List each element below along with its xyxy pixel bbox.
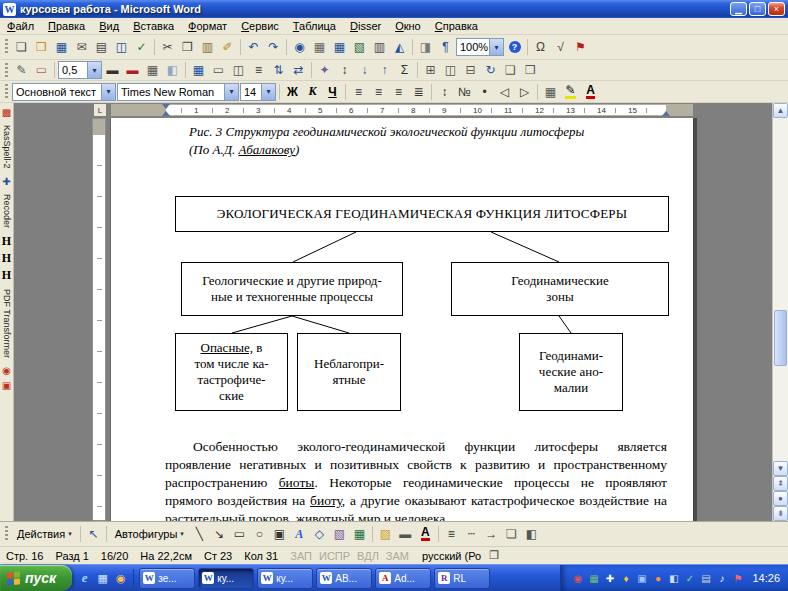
scrollbar-thumb[interactable]: [774, 310, 787, 366]
sort-descending-icon[interactable]: ↑: [375, 61, 394, 79]
dropdown-arrow-icon[interactable]: ▾: [261, 84, 275, 100]
tray-icon[interactable]: ✚: [603, 572, 616, 585]
tray-icon[interactable]: ●: [651, 572, 664, 585]
diagram-box-processes[interactable]: Геологические и другие природ-ные и техн…: [181, 262, 403, 316]
menu-Вид[interactable]: Вид: [92, 18, 126, 34]
print-preview-icon[interactable]: ◫: [112, 38, 131, 56]
shadow-style-icon[interactable]: ❏: [502, 525, 521, 543]
merge-cells-icon[interactable]: ▭: [209, 61, 228, 79]
bullet-list-button[interactable]: •: [475, 83, 494, 101]
minimize-button[interactable]: ▁: [730, 2, 747, 16]
highlight-button[interactable]: ✎: [561, 83, 580, 101]
increase-indent-button[interactable]: ▷: [515, 83, 534, 101]
cut-icon[interactable]: ✂: [158, 38, 177, 56]
print-icon[interactable]: ▤: [92, 38, 111, 56]
line-style-combo[interactable]: 0,5▾: [58, 61, 102, 79]
distribute-vertically-icon[interactable]: ⊟: [461, 61, 480, 79]
outside-border-icon[interactable]: ▦: [143, 61, 162, 79]
taskbar-button[interactable]: Wку...: [198, 568, 254, 589]
dropdown-arrow-icon[interactable]: ▾: [224, 84, 238, 100]
line-icon[interactable]: ╲: [190, 525, 209, 543]
table-autoformat-icon[interactable]: ✦: [315, 61, 334, 79]
select-browse-object-button[interactable]: ●: [773, 491, 788, 506]
font-color-button[interactable]: А: [581, 83, 600, 101]
dock-red-icon[interactable]: ◉: [2, 365, 11, 376]
show-paragraph-marks-icon[interactable]: ¶: [436, 38, 455, 56]
diagram-box-anomalies[interactable]: Геодинами-ческие ано-малии: [519, 333, 623, 411]
save-icon[interactable]: ▦: [52, 38, 71, 56]
select-objects-icon[interactable]: ↖: [84, 525, 103, 543]
cell-alignment-icon[interactable]: ≡: [249, 61, 268, 79]
autosum-icon[interactable]: Σ: [395, 61, 414, 79]
draw-actions-button[interactable]: Действия▾: [12, 525, 77, 544]
vertical-ruler[interactable]: [92, 118, 106, 521]
borders-button[interactable]: ▦: [541, 83, 560, 101]
wordart-icon[interactable]: А: [290, 525, 309, 543]
insert-table-icon[interactable]: ▦: [330, 38, 349, 56]
align-left-button[interactable]: ≡: [349, 83, 368, 101]
title-bar[interactable]: W курсовая работа - Microsoft Word ▁ □ ×: [0, 0, 788, 18]
diagram-box-unfavorable[interactable]: Неблагопри-ятные: [297, 333, 401, 411]
show-desktop-icon[interactable]: ▦: [95, 571, 110, 586]
distribute-columns-icon[interactable]: ⇄: [289, 61, 308, 79]
previous-page-button[interactable]: ⇞: [773, 476, 788, 491]
autoshapes-button[interactable]: Автофигуры▾: [110, 525, 189, 544]
undo-icon[interactable]: ↶: [244, 38, 263, 56]
style-combo[interactable]: Основной текст▾: [12, 83, 116, 101]
dropdown-arrow-icon[interactable]: ▾: [101, 84, 115, 100]
menu-Правка[interactable]: Правка: [41, 18, 92, 34]
start-button[interactable]: пуск: [0, 565, 72, 591]
line-spacing-button[interactable]: ↕: [435, 83, 454, 101]
flag-tool-icon[interactable]: ⚑: [571, 38, 590, 56]
taskbar-button[interactable]: AAd...: [375, 568, 431, 589]
scroll-up-button[interactable]: ▲: [773, 103, 788, 118]
menu-Таблица[interactable]: Таблица: [286, 18, 343, 34]
tray-icon[interactable]: ▣: [635, 572, 648, 585]
copy-icon[interactable]: ❐: [178, 38, 197, 56]
insert-picture-icon[interactable]: ▦: [350, 525, 369, 543]
email-icon[interactable]: ✉: [72, 38, 91, 56]
decrease-indent-button[interactable]: ◁: [495, 83, 514, 101]
tray-icon[interactable]: ✓: [683, 572, 696, 585]
dock-label-pdf-transformer[interactable]: PDF Transformer: [2, 289, 12, 358]
internet-explorer-icon[interactable]: e: [77, 571, 92, 586]
insert-hyperlink-icon[interactable]: ◉: [290, 38, 309, 56]
draw-table-icon[interactable]: ✎: [12, 61, 31, 79]
drawing-toolbar-icon[interactable]: ◭: [390, 38, 409, 56]
text-direction-icon[interactable]: ↕: [335, 61, 354, 79]
numbered-list-button[interactable]: №: [455, 83, 474, 101]
arrow-style-icon[interactable]: →: [482, 525, 501, 543]
toolbar-grip[interactable]: [5, 84, 8, 99]
open-icon[interactable]: ❒: [32, 38, 51, 56]
tray-icon[interactable]: ⚑: [731, 572, 744, 585]
menu-Формат[interactable]: Формат: [181, 18, 234, 34]
arrow-icon[interactable]: ↘: [210, 525, 229, 543]
font-color-icon[interactable]: А: [416, 525, 435, 543]
menu-Сервис[interactable]: Сервис: [234, 18, 286, 34]
diagram-icon[interactable]: ◇: [310, 525, 329, 543]
dock-letter-button[interactable]: H: [2, 251, 11, 266]
rectangle-icon[interactable]: ▭: [230, 525, 249, 543]
menu-Disser[interactable]: Disser: [343, 18, 388, 34]
dock-tool2-icon[interactable]: ▣: [2, 380, 11, 391]
left-indent-marker[interactable]: [162, 107, 170, 116]
paste-icon[interactable]: ▥: [198, 38, 217, 56]
document-map-icon[interactable]: ◨: [416, 38, 435, 56]
menu-Вставка[interactable]: Вставка: [126, 18, 181, 34]
diagram-box-zones[interactable]: Геодинамическиезоны: [451, 262, 669, 316]
dock-letter-button[interactable]: H: [2, 268, 11, 283]
text-box-icon[interactable]: ▣: [270, 525, 289, 543]
taskbar-button[interactable]: RRL: [434, 568, 490, 589]
scrollbar-track[interactable]: [773, 118, 788, 461]
align-right-button[interactable]: ≡: [389, 83, 408, 101]
font-combo[interactable]: Times New Roman▾: [117, 83, 239, 101]
rotate-object-icon[interactable]: ↻: [481, 61, 500, 79]
right-indent-marker[interactable]: [662, 107, 670, 116]
maximize-button[interactable]: □: [749, 2, 766, 16]
line-weight-icon[interactable]: ▬: [103, 61, 122, 79]
oval-icon[interactable]: ○: [250, 525, 269, 543]
line-color-icon[interactable]: ▬: [396, 525, 415, 543]
equation-editor-icon[interactable]: √: [551, 38, 570, 56]
font-size-combo[interactable]: 14▾: [240, 83, 276, 101]
new-document-icon[interactable]: ❏: [12, 38, 31, 56]
